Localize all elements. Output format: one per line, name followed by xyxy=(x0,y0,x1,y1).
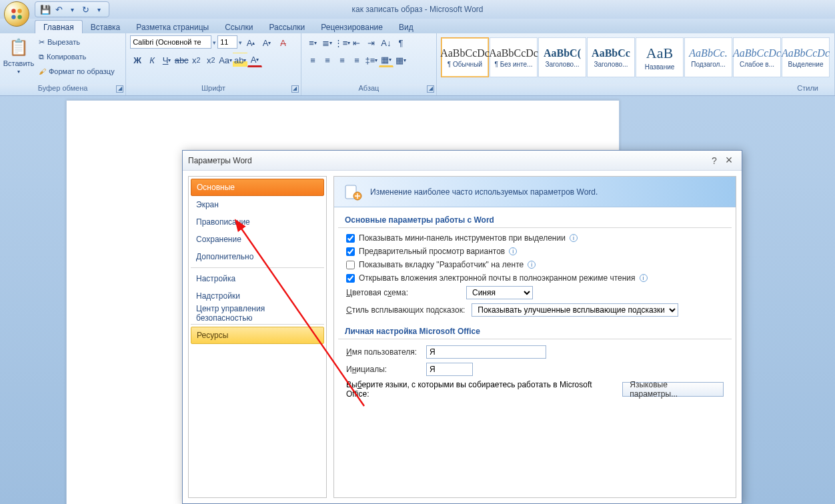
dialog-main: Изменение наиболее часто используемых па… xyxy=(333,176,736,498)
indent-button[interactable]: ⇥ xyxy=(364,35,379,50)
grow-font-button[interactable]: A▴ xyxy=(243,35,258,50)
ribbon-tabs: Главная Вставка Разметка страницы Ссылки… xyxy=(0,19,835,33)
cut-button[interactable]: ✂Вырезать xyxy=(36,35,117,49)
qat-customize-icon[interactable]: ▾ xyxy=(93,3,105,15)
tooltip-style-select[interactable]: Показывать улучшенные всплывающие подска… xyxy=(472,303,678,317)
multilevel-button[interactable]: ⋮≡▾ xyxy=(335,35,349,50)
office-button[interactable] xyxy=(4,1,29,27)
align-left-button[interactable]: ≡ xyxy=(305,53,320,67)
shrink-font-button[interactable]: A▾ xyxy=(259,35,274,50)
paragraph-group-label: Абзац xyxy=(359,84,379,92)
highlight-button[interactable]: ab▾ xyxy=(233,53,247,67)
superscript-button[interactable]: x2 xyxy=(203,53,218,67)
dialog-nav-item[interactable]: Основные xyxy=(191,179,324,196)
svg-point-1 xyxy=(17,9,21,13)
styles-group-label: Стили xyxy=(797,84,818,92)
option-checkbox[interactable] xyxy=(346,247,355,256)
tab-view[interactable]: Вид xyxy=(391,21,422,33)
dialog-nav-item[interactable]: Экран xyxy=(191,196,324,213)
language-settings-button[interactable]: Языковые параметры... xyxy=(622,382,724,397)
style-item[interactable]: AaBbCcDcСлабое в... xyxy=(733,37,781,77)
shading-button[interactable]: ▦▾ xyxy=(379,53,393,67)
underline-button[interactable]: Ч▾ xyxy=(159,53,174,67)
option-checkbox[interactable] xyxy=(346,274,355,283)
subscript-button[interactable]: x2 xyxy=(189,53,203,67)
align-center-button[interactable]: ≡ xyxy=(320,53,335,67)
dialog-nav-item[interactable]: Сохранение xyxy=(191,231,324,248)
style-item[interactable]: AaBbCcDc¶ Обычный xyxy=(441,37,489,77)
borders-button[interactable]: ▦▾ xyxy=(393,53,408,67)
save-icon[interactable]: 💾 xyxy=(39,3,51,15)
tab-mailings[interactable]: Рассылки xyxy=(261,21,313,33)
sort-button[interactable]: A↓ xyxy=(379,35,393,50)
style-item[interactable]: AaBbCcDcВыделение xyxy=(782,37,830,77)
justify-button[interactable]: ≡ xyxy=(349,53,364,67)
bold-button[interactable]: Ж xyxy=(130,53,145,67)
dialog-nav-item[interactable]: Центр управления безопасностью xyxy=(191,305,324,322)
font-name-combo[interactable]: Calibri (Основной те xyxy=(130,35,211,49)
svg-point-3 xyxy=(17,15,21,19)
font-color-button[interactable]: A▾ xyxy=(247,53,262,67)
strike-button[interactable]: abc xyxy=(174,53,189,67)
tab-insert[interactable]: Вставка xyxy=(83,21,129,33)
option-label: Предварительный просмотр вариантов xyxy=(359,247,505,256)
clipboard-launcher[interactable]: ◢ xyxy=(116,85,123,93)
quick-access-toolbar: 💾 ↶ ▾ ↻ ▾ xyxy=(35,1,109,17)
option-row: Показывать вкладку "Разработчик" на лент… xyxy=(346,260,724,269)
bullets-button[interactable]: ≡▾ xyxy=(305,35,320,50)
dialog-nav-item[interactable]: Настройка xyxy=(191,270,324,287)
option-row: Открывать вложения электронной почты в п… xyxy=(346,273,724,283)
info-icon[interactable]: i xyxy=(640,274,648,282)
font-launcher[interactable]: ◢ xyxy=(291,85,299,93)
tab-review[interactable]: Рецензирование xyxy=(313,21,391,33)
undo-icon[interactable]: ↶ xyxy=(53,3,65,15)
italic-button[interactable]: К xyxy=(145,53,159,67)
copy-button[interactable]: ⧉Копировать xyxy=(36,50,117,63)
paste-icon: 📋 xyxy=(8,37,29,58)
info-icon[interactable]: i xyxy=(509,247,517,255)
tab-pagelayout[interactable]: Разметка страницы xyxy=(128,21,217,33)
dialog-nav-item[interactable]: Ресурсы xyxy=(191,327,324,344)
username-label: Имя пользователя: xyxy=(346,347,420,357)
redo-icon[interactable]: ↻ xyxy=(79,3,91,15)
outdent-button[interactable]: ⇤ xyxy=(349,35,364,50)
settings-icon xyxy=(343,182,363,202)
style-item[interactable]: AaBbC(Заголово... xyxy=(538,37,586,77)
option-label: Показывать мини-панель инструментов при … xyxy=(359,233,566,243)
username-input[interactable] xyxy=(426,345,546,359)
style-item[interactable]: AaBbCcDc¶ Без инте... xyxy=(490,37,538,77)
tab-references[interactable]: Ссылки xyxy=(217,21,261,33)
option-checkbox[interactable] xyxy=(346,234,355,243)
option-checkbox[interactable] xyxy=(346,261,355,269)
style-item[interactable]: AaBbCcЗаголово... xyxy=(587,37,635,77)
color-scheme-select[interactable]: Синяя xyxy=(466,286,533,299)
show-marks-button[interactable]: ¶ xyxy=(393,35,408,50)
format-painter-button[interactable]: 🖌Формат по образцу xyxy=(36,65,117,78)
dialog-close-button[interactable]: × xyxy=(722,153,736,167)
dialog-help-button[interactable]: ? xyxy=(707,155,722,166)
style-item[interactable]: AaBbCc.Подзагол... xyxy=(684,37,732,77)
paste-button[interactable]: 📋 Вставить ▾ xyxy=(4,35,33,75)
option-row: Показывать мини-панель инструментов при … xyxy=(346,233,724,243)
align-right-button[interactable]: ≡ xyxy=(335,53,349,67)
dialog-nav-item[interactable]: Правописание xyxy=(191,213,324,231)
info-icon[interactable]: i xyxy=(570,234,578,242)
dialog-nav-item[interactable]: Надстройки xyxy=(191,287,324,305)
window-title: как записать образ - Microsoft Word xyxy=(351,5,483,14)
change-case-button[interactable]: Aa▾ xyxy=(218,53,233,67)
initials-input[interactable] xyxy=(426,363,473,376)
style-item[interactable]: AaBНазвание xyxy=(636,37,684,77)
style-gallery[interactable]: AaBbCcDc¶ ОбычныйAaBbCcDc¶ Без инте...Aa… xyxy=(441,37,830,77)
dialog-nav-item[interactable]: Дополнительно xyxy=(191,248,324,265)
paragraph-launcher[interactable]: ◢ xyxy=(427,85,434,93)
clear-format-button[interactable]: A̶ xyxy=(275,35,290,50)
font-size-combo[interactable]: 11 xyxy=(217,35,237,49)
numbering-button[interactable]: ≣▾ xyxy=(320,35,335,50)
title-bar: 💾 ↶ ▾ ↻ ▾ как записать образ - Microsoft… xyxy=(0,0,835,19)
line-spacing-button[interactable]: ‡≡▾ xyxy=(364,53,379,67)
info-icon[interactable]: i xyxy=(528,261,536,269)
section2-title: Личная настройка Microsoft Office xyxy=(338,321,732,339)
undo-menu-icon[interactable]: ▾ xyxy=(66,3,78,15)
tab-home[interactable]: Главная xyxy=(35,20,83,33)
dialog-title-bar: Параметры Word ? × xyxy=(183,151,742,171)
